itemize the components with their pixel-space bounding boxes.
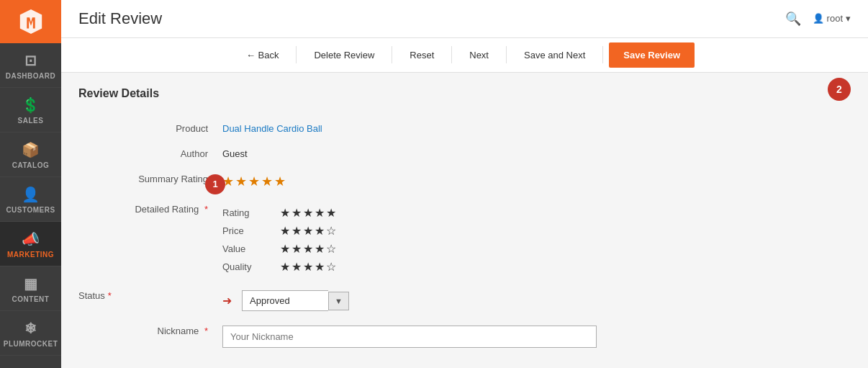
header-right: 🔍 👤 root ▾	[785, 11, 851, 27]
sidebar-item-label: DASHBOARD	[6, 72, 56, 80]
content-icon: ▦	[24, 275, 38, 292]
status-row: Status * 1 ➜ Approved Pending Not Approv…	[78, 282, 851, 317]
summary-rating-value: ★★★★★	[222, 171, 851, 189]
nickname-label: Nickname *	[78, 323, 222, 336]
nickname-value	[222, 323, 851, 348]
summary-rating-label: Summary Rating	[78, 171, 222, 184]
sidebar-item-label: MARKETING	[7, 251, 54, 259]
main-content: Edit Review 🔍 👤 root ▾ ← Back Delete Rev…	[61, 0, 868, 368]
summary-rating-row: Summary Rating ★★★★★	[78, 165, 851, 195]
sidebar-logo[interactable]	[0, 0, 61, 43]
product-link[interactable]: Dual Handle Cardio Ball	[222, 123, 322, 134]
price-label: Price	[222, 225, 280, 236]
back-button[interactable]: ← Back	[235, 44, 291, 66]
sidebar-item-sales[interactable]: 💲 SALES	[0, 88, 61, 133]
section-title: Review Details	[78, 87, 851, 100]
sidebar-item-customers[interactable]: 👤 CUSTOMERS	[0, 177, 61, 222]
status-value: 1 ➜ Approved Pending Not Approved ▼	[222, 287, 851, 311]
author-value: Guest	[222, 145, 851, 159]
badge-2: 2	[828, 78, 851, 101]
price-row: Price ★★★★☆	[222, 222, 851, 240]
sidebar: ⊡ DASHBOARD 💲 SALES 📦 CATALOG 👤 CUSTOMER…	[0, 0, 61, 368]
toolbar: ← Back Delete Review Reset Next Save and…	[61, 38, 868, 73]
save-and-next-button[interactable]: Save and Next	[512, 44, 597, 66]
value-stars: ★★★★☆	[280, 242, 338, 256]
content-area: Review Details Product Dual Handle Cardi…	[61, 73, 868, 368]
rating-stars: ★★★★★	[280, 206, 338, 220]
detailed-rating-label: Detailed Rating *	[78, 201, 222, 215]
catalog-icon: 📦	[22, 141, 40, 158]
user-dropdown-icon: ▾	[846, 13, 851, 24]
save-review-button[interactable]: Save Review	[609, 42, 695, 68]
user-menu[interactable]: 👤 root ▾	[813, 13, 851, 24]
dashboard-icon: ⊡	[24, 52, 37, 69]
plumrocket-icon: ❄	[24, 320, 37, 337]
sidebar-item-label: PLUMROCKET	[4, 340, 58, 348]
sidebar-item-label: CATALOG	[12, 161, 49, 169]
summary-stars: ★★★★★	[222, 174, 287, 189]
value-row: Value ★★★★☆	[222, 240, 851, 258]
required-mark: *	[204, 204, 208, 215]
sales-icon: 💲	[22, 97, 40, 114]
user-name: root	[827, 13, 843, 24]
marketing-icon: 📣	[22, 230, 40, 248]
user-icon: 👤	[813, 13, 824, 24]
toolbar-divider-5	[602, 46, 603, 63]
customers-icon: 👤	[22, 186, 40, 203]
quality-label: Quality	[222, 261, 280, 272]
sidebar-item-dashboard[interactable]: ⊡ DASHBOARD	[0, 43, 61, 88]
status-label: Status *	[78, 287, 222, 301]
toolbar-divider-4	[506, 46, 507, 63]
value-label: Value	[222, 243, 280, 254]
search-button[interactable]: 🔍	[785, 11, 801, 27]
product-label: Product	[78, 120, 222, 134]
page-title: Edit Review	[78, 9, 162, 28]
sidebar-item-label: CONTENT	[12, 295, 50, 303]
sidebar-item-label: SALES	[18, 117, 44, 125]
status-select[interactable]: Approved Pending Not Approved	[242, 290, 328, 311]
rating-label: Rating	[222, 207, 280, 218]
nickname-row: Nickname *	[78, 317, 851, 354]
sidebar-item-label: CUSTOMERS	[6, 206, 55, 214]
price-stars: ★★★★☆	[280, 224, 338, 238]
status-select-arrow[interactable]: ▼	[328, 292, 349, 310]
badge-1: 1	[205, 174, 225, 194]
reset-button[interactable]: Reset	[398, 44, 446, 66]
quality-stars: ★★★★☆	[280, 260, 338, 274]
detailed-rating-row: Detailed Rating * Rating ★★★★★ Price ★★★…	[78, 195, 851, 282]
toolbar-divider-1	[296, 46, 297, 63]
next-button[interactable]: Next	[458, 44, 500, 66]
author-label: Author	[78, 145, 222, 159]
toolbar-divider-2	[392, 46, 392, 63]
sidebar-item-content[interactable]: ▦ CONTENT	[0, 266, 61, 311]
nickname-input[interactable]	[222, 326, 597, 348]
delete-review-button[interactable]: Delete Review	[302, 44, 386, 66]
toolbar-divider-3	[451, 46, 452, 63]
product-row: Product Dual Handle Cardio Ball	[78, 115, 851, 140]
product-value: Dual Handle Cardio Ball	[222, 120, 851, 134]
rating-row: Rating ★★★★★	[222, 204, 851, 222]
status-select-wrap: Approved Pending Not Approved ▼	[242, 290, 349, 311]
sidebar-item-marketing[interactable]: 📣 MARKETING	[0, 222, 61, 266]
author-row: Author Guest	[78, 140, 851, 165]
sidebar-item-catalog[interactable]: 📦 CATALOG	[0, 133, 61, 177]
nickname-required: *	[204, 326, 208, 336]
status-required: *	[108, 290, 112, 301]
arrow-indicator: ➜	[222, 294, 232, 308]
detailed-rating-value: Rating ★★★★★ Price ★★★★☆ Value ★★★★☆ Qua…	[222, 201, 851, 276]
quality-row: Quality ★★★★☆	[222, 258, 851, 276]
review-details-form: Product Dual Handle Cardio Ball Author G…	[78, 115, 851, 354]
header: Edit Review 🔍 👤 root ▾	[61, 0, 868, 38]
sidebar-item-plumrocket[interactable]: ❄ PLUMROCKET	[0, 311, 61, 356]
